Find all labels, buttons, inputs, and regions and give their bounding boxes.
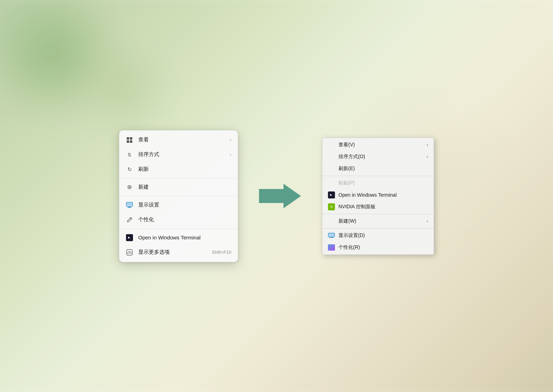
more-label: 显示更多选项 — [138, 249, 207, 255]
classic-personal-icon — [328, 244, 335, 251]
classic-new-label: 新建(W) — [338, 218, 423, 224]
svg-rect-9 — [330, 237, 332, 238]
more-icon — [126, 248, 133, 256]
grid-icon — [126, 136, 133, 144]
menu-item-terminal[interactable]: Open in Windows Terminal — [119, 230, 238, 245]
classic-sort-label: 排序方式(O) — [338, 154, 423, 160]
menu-item-view[interactable]: 查看 › — [119, 133, 238, 147]
svg-rect-11 — [328, 244, 335, 251]
sort-arrow: › — [230, 152, 231, 157]
classic-item-refresh[interactable]: 刷新(E) — [322, 163, 434, 175]
classic-paste-label: 粘贴(P) — [338, 180, 428, 186]
terminal-label: Open in Windows Terminal — [138, 234, 231, 240]
view-arrow: › — [230, 137, 231, 142]
refresh-label: 刷新 — [138, 166, 231, 173]
classic-item-new[interactable]: 新建(W) › — [322, 215, 434, 227]
classic-new-arrow: › — [427, 219, 428, 224]
svg-rect-5 — [127, 250, 132, 255]
classic-refresh-icon — [328, 165, 335, 172]
menu-item-more[interactable]: 显示更多选项 Shift+F10 — [119, 245, 238, 260]
more-shortcut: Shift+F10 — [212, 250, 231, 255]
classic-sort-arrow: › — [427, 154, 428, 159]
display-label: 显示设置 — [138, 202, 231, 208]
menu-item-display[interactable]: 显示设置 — [119, 198, 238, 212]
main-content: 查看 › ⇅ 排序方式 › ↻ 刷新 ⊕ 新建 — [0, 0, 553, 392]
divider-3 — [119, 229, 238, 229]
classic-divider-2 — [322, 214, 434, 214]
sort-label: 排序方式 — [138, 151, 225, 158]
classic-nvidia-label: NVIDIA 控制面板 — [338, 204, 428, 210]
classic-item-view[interactable]: 查看(V) › — [322, 139, 434, 151]
classic-terminal-label: Open in Windows Terminal — [338, 192, 428, 198]
classic-view-label: 查看(V) — [338, 142, 423, 148]
classic-view-arrow: › — [427, 142, 428, 147]
svg-rect-3 — [127, 203, 132, 206]
classic-terminal-icon — [328, 191, 335, 198]
terminal-icon — [126, 234, 133, 241]
classic-refresh-label: 刷新(E) — [338, 166, 428, 172]
svg-rect-1 — [128, 206, 131, 207]
svg-line-4 — [130, 218, 131, 219]
classic-divider-3 — [322, 228, 434, 229]
classic-divider-1 — [322, 176, 434, 176]
classic-item-nvidia[interactable]: N NVIDIA 控制面板 — [322, 201, 434, 213]
svg-marker-6 — [259, 184, 301, 208]
menu-item-refresh[interactable]: ↻ 刷新 — [119, 162, 238, 177]
classic-display-icon — [328, 232, 335, 239]
svg-rect-10 — [329, 237, 334, 238]
classic-nvidia-icon: N — [328, 203, 335, 210]
classic-context-menu: 查看(V) › 排序方式(O) › 刷新(E) 粘贴(P) Open in Wi… — [322, 138, 434, 255]
win11-context-menu: 查看 › ⇅ 排序方式 › ↻ 刷新 ⊕ 新建 — [119, 130, 238, 262]
classic-view-icon — [328, 141, 335, 148]
personalize-label: 个性化 — [138, 216, 231, 223]
classic-display-label: 显示设置(D) — [338, 232, 428, 239]
classic-item-paste[interactable]: 粘贴(P) — [322, 177, 434, 189]
classic-item-personalize[interactable]: 个性化(R) — [322, 241, 434, 253]
view-label: 查看 — [138, 136, 225, 143]
svg-rect-2 — [127, 207, 132, 208]
pen-icon — [126, 216, 133, 224]
divider-1 — [119, 178, 238, 178]
plus-icon: ⊕ — [126, 183, 133, 191]
sort-icon: ⇅ — [126, 151, 133, 159]
display-icon — [126, 201, 133, 209]
classic-item-display[interactable]: 显示设置(D) — [322, 230, 434, 241]
classic-paste-icon — [328, 180, 335, 187]
classic-item-terminal[interactable]: Open in Windows Terminal — [322, 189, 434, 201]
menu-item-sort[interactable]: ⇅ 排序方式 › — [119, 147, 238, 162]
classic-personalize-label: 个性化(R) — [338, 244, 428, 251]
classic-new-icon — [328, 218, 335, 225]
menu-item-new[interactable]: ⊕ 新建 — [119, 180, 238, 195]
menu-item-personalize[interactable]: 个性化 — [119, 212, 238, 227]
divider-2 — [119, 196, 238, 196]
refresh-icon: ↻ — [126, 166, 133, 173]
new-label: 新建 — [138, 184, 231, 190]
svg-rect-8 — [329, 233, 334, 237]
classic-item-sort[interactable]: 排序方式(O) › — [322, 151, 434, 163]
direction-arrow — [259, 182, 301, 210]
classic-sort-icon — [328, 153, 335, 160]
